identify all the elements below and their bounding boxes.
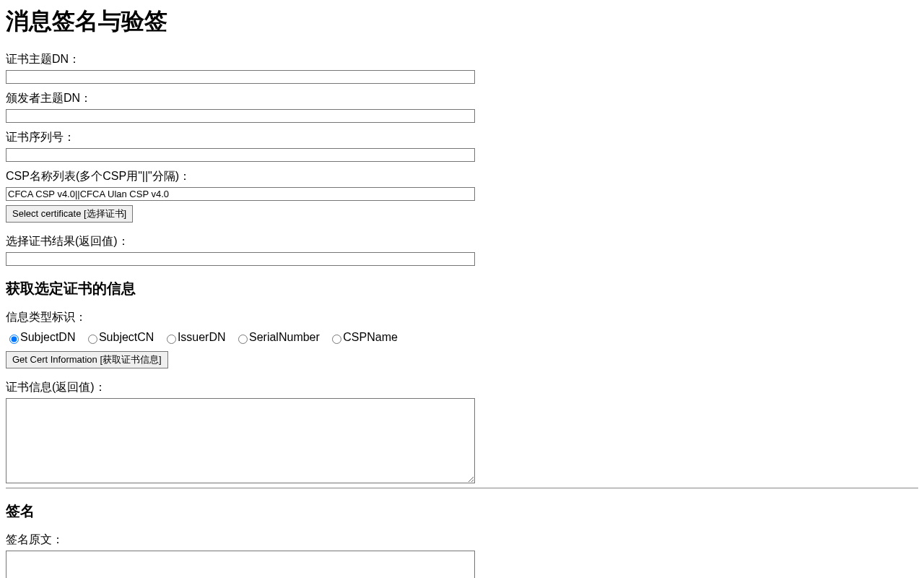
cert-subject-dn-label: 证书主题DN： [6, 52, 918, 67]
cert-info-result-label: 证书信息(返回值)： [6, 380, 918, 395]
cert-info-result-textarea[interactable] [6, 398, 475, 483]
divider [6, 488, 918, 488]
radio-issuer-dn[interactable] [167, 335, 176, 344]
info-type-radio-group: SubjectDN SubjectCN IssuerDN SerialNumbe… [6, 331, 918, 344]
issuer-subject-dn-input[interactable] [6, 109, 475, 123]
radio-csp-name-label[interactable]: CSPName [328, 331, 398, 343]
radio-issuer-dn-text: IssuerDN [178, 331, 226, 343]
radio-subject-cn-label[interactable]: SubjectCN [84, 331, 154, 343]
select-certificate-button[interactable]: Select certificate [选择证书] [6, 205, 133, 223]
radio-subject-dn[interactable] [9, 335, 19, 344]
radio-subject-cn-text: SubjectCN [99, 331, 154, 343]
cert-serial-label: 证书序列号： [6, 130, 918, 145]
cert-info-heading: 获取选定证书的信息 [6, 279, 918, 298]
csp-list-label: CSP名称列表(多个CSP用"||"分隔)： [6, 169, 918, 184]
get-cert-info-button[interactable]: Get Cert Information [获取证书信息] [6, 351, 168, 368]
info-type-label: 信息类型标识： [6, 310, 918, 325]
radio-subject-dn-label[interactable]: SubjectDN [6, 331, 75, 343]
select-cert-result-input[interactable] [6, 252, 475, 266]
radio-serial-number-text: SerialNumber [249, 331, 320, 343]
radio-serial-number-label[interactable]: SerialNumber [235, 331, 320, 343]
page-title: 消息签名与验签 [6, 6, 918, 38]
radio-csp-name[interactable] [332, 335, 341, 344]
csp-list-input[interactable] [6, 187, 475, 201]
select-cert-result-label: 选择证书结果(返回值)： [6, 234, 918, 249]
issuer-subject-dn-label: 颁发者主题DN： [6, 91, 918, 106]
sign-source-textarea[interactable] [6, 551, 475, 578]
radio-serial-number[interactable] [238, 335, 248, 344]
cert-subject-dn-input[interactable] [6, 70, 475, 84]
radio-csp-name-text: CSPName [343, 331, 398, 343]
sign-heading: 签名 [6, 501, 918, 521]
radio-issuer-dn-label[interactable]: IssuerDN [163, 331, 226, 343]
radio-subject-cn[interactable] [88, 335, 97, 344]
radio-subject-dn-text: SubjectDN [20, 331, 75, 343]
sign-source-label: 签名原文： [6, 532, 918, 548]
cert-serial-input[interactable] [6, 148, 475, 162]
